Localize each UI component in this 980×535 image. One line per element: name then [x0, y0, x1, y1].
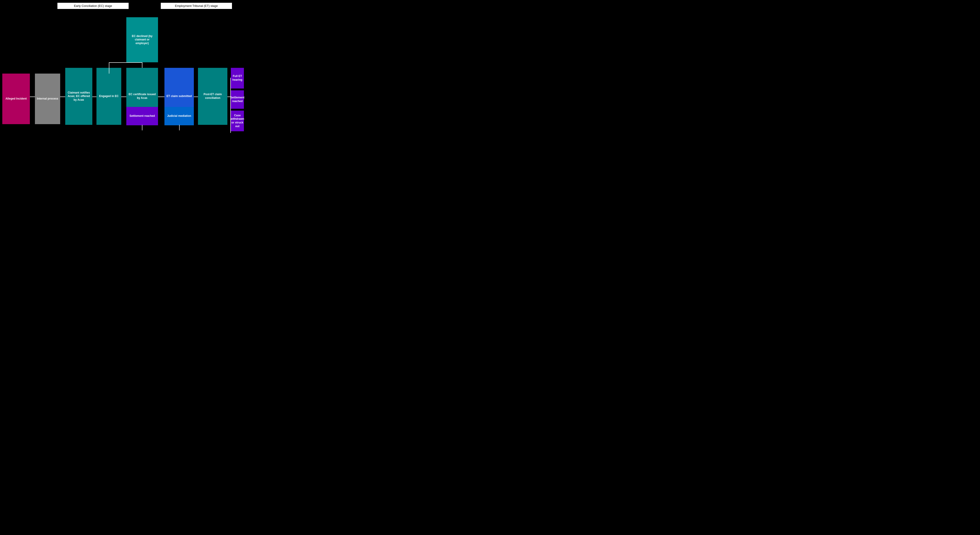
connector-settlement-ec-v [142, 125, 142, 130]
internal-process-box: Internal process [35, 73, 60, 124]
connector-right-v [231, 78, 231, 133]
connector-4 [121, 97, 126, 97]
connector-1 [30, 97, 35, 97]
connector-2 [60, 97, 65, 97]
claimant-notifies-box: Claimant notifies Acas; EC offered by Ac… [65, 68, 92, 125]
judicial-mediation-box: Judicial mediation [164, 107, 194, 125]
full-et-hearing-box: Full ET hearing [231, 68, 244, 88]
ec-stage-label: Early Conciliation (EC) stage [57, 3, 129, 9]
ec-declined-box: EC declined (by claimant or employer) [126, 17, 158, 62]
alleged-incident-box: Alleged Incident [2, 73, 30, 124]
connector-5 [158, 97, 164, 97]
connector-judicial-v [179, 125, 180, 130]
connector-ec-declined-v [142, 62, 142, 68]
settlement-reached-et-box: Settlement reached [231, 90, 244, 109]
settlement-reached-ec-box: Settlement reached [126, 107, 158, 125]
et-stage-label: Employment Tribunal (ET) stage [161, 3, 232, 9]
connector-3 [92, 97, 97, 97]
connector-ec-declined-h [109, 62, 142, 63]
connector-6 [194, 97, 198, 97]
engaged-in-ec-box: Engaged in EC [97, 68, 121, 125]
post-et-conciliation-box: Post-ET claim conciliation [198, 68, 228, 125]
connector-ec-declined-v2 [109, 62, 109, 73]
case-withdrawn-box: Case withdrawn or struck out [231, 110, 244, 131]
